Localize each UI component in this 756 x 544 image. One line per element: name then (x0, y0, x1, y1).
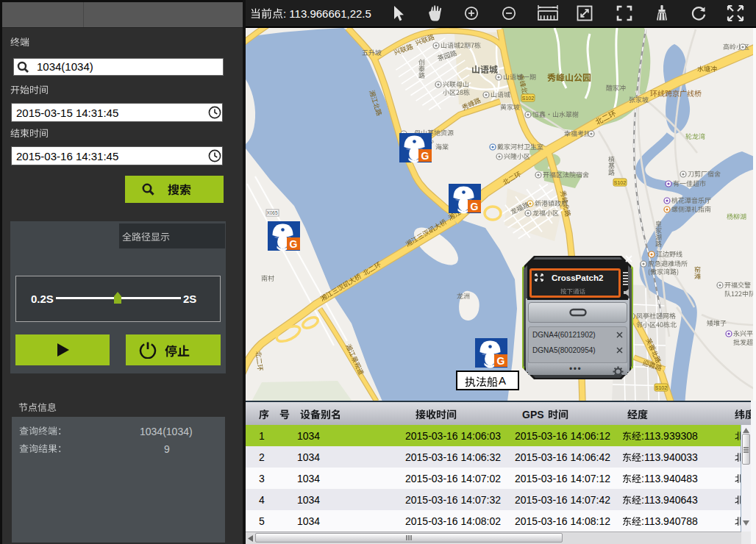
svg-text:S102: S102 (614, 180, 626, 185)
svg-text:X065: X065 (266, 210, 278, 215)
svg-text:S102: S102 (522, 96, 534, 101)
svg-text:S102: S102 (655, 385, 667, 390)
